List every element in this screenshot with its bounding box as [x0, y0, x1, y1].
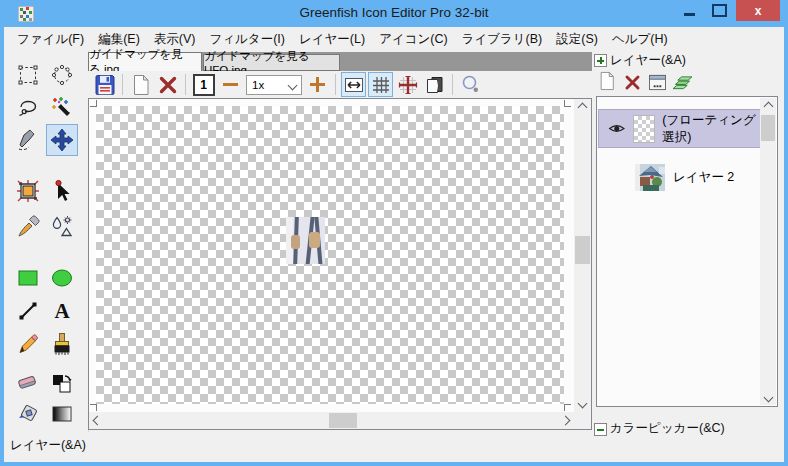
tab-document-1[interactable]: ガイドマップを見る.jpg	[88, 52, 202, 71]
canvas-vscrollbar[interactable]	[574, 99, 591, 412]
document-tab-strip: ガイドマップを見る.jpg ガイドマップを見る UFO.jpg	[88, 52, 592, 71]
save-icon	[94, 74, 116, 96]
color-swap-icon	[50, 370, 74, 394]
maximize-button[interactable]	[706, 0, 732, 21]
save-button[interactable]	[92, 72, 117, 97]
fit-window-button[interactable]	[341, 72, 366, 97]
rectangular-select-icon	[16, 63, 40, 87]
actual-size-button[interactable]: 1	[191, 72, 216, 97]
bucket-fill-tool[interactable]	[13, 399, 43, 429]
hotspot-tool[interactable]	[47, 176, 77, 206]
close-button[interactable]: x	[736, 0, 780, 21]
paintbrush-icon	[50, 332, 74, 356]
menu-settings[interactable]: 設定(S)	[549, 28, 605, 51]
layer-thumbnail-transparent	[633, 115, 656, 143]
scroll-left-button[interactable]	[89, 412, 106, 429]
rectangular-select-tool[interactable]	[13, 60, 43, 90]
color-picker-header: カラーピッカー(&C)	[610, 420, 725, 437]
menu-library[interactable]: ライブラリ(B)	[455, 28, 550, 51]
zoom-out-button[interactable]	[218, 72, 243, 97]
delete-icon	[158, 75, 178, 95]
toolbar-separator	[122, 74, 123, 95]
rectangle-shape-icon	[16, 266, 40, 290]
paintbrush-tool[interactable]	[47, 329, 77, 359]
vscroll-thumb[interactable]	[761, 115, 775, 141]
rectangle-shape-tool[interactable]	[13, 263, 43, 293]
gradient-icon	[50, 402, 74, 426]
crop-tool[interactable]	[13, 176, 43, 206]
scroll-right-button[interactable]	[557, 412, 574, 429]
page-corner-mark	[90, 100, 97, 107]
pencil-tool[interactable]	[13, 329, 43, 359]
freehand-select-icon	[16, 128, 40, 152]
layer-properties-button[interactable]	[645, 70, 669, 94]
eraser-icon	[16, 370, 40, 394]
menu-icon[interactable]: アイコン(C)	[372, 28, 455, 51]
scroll-down-button[interactable]	[760, 389, 776, 405]
zoom-in-button[interactable]	[305, 72, 330, 97]
pages-button[interactable]	[422, 72, 447, 97]
menu-filter[interactable]: フィルター(I)	[202, 28, 291, 51]
show-centerlines-button[interactable]	[395, 72, 420, 97]
chevron-up-icon	[763, 101, 773, 111]
move-icon	[50, 128, 74, 152]
scroll-up-button[interactable]	[574, 99, 591, 116]
zoom-level-value: 1x	[252, 79, 264, 91]
eyedropper-icon	[16, 215, 40, 239]
menu-file[interactable]: ファイル(F)	[10, 28, 91, 51]
status-bar-text: レイヤー(&A)	[10, 437, 86, 454]
layer-row-floating-selection[interactable]: (フローティング選択)	[598, 109, 761, 148]
crop-icon	[16, 179, 40, 203]
show-grid-button[interactable]	[368, 72, 393, 97]
magic-wand-tool[interactable]	[47, 93, 77, 123]
canvas-viewport[interactable]	[89, 99, 574, 412]
scrollbar-corner	[574, 412, 591, 429]
line-tool[interactable]	[13, 296, 43, 326]
test-magnifier-button[interactable]	[458, 72, 483, 97]
centerlines-icon	[398, 75, 418, 95]
zoom-level-select[interactable]: 1x	[246, 75, 302, 95]
pencil-icon	[16, 332, 40, 356]
layer-label: (フローティング選択)	[662, 112, 760, 146]
eraser-tool[interactable]	[13, 367, 43, 397]
grid-icon	[371, 75, 391, 95]
toolbar-separator	[185, 74, 186, 95]
fit-window-icon	[344, 75, 364, 95]
delete-page-button[interactable]	[155, 72, 180, 97]
scroll-down-button[interactable]	[574, 395, 591, 412]
layers-expand-toggle[interactable]	[594, 54, 607, 67]
minimize-button[interactable]	[676, 0, 702, 21]
visibility-eye-icon[interactable]	[608, 121, 626, 136]
canvas-hscrollbar[interactable]	[89, 412, 574, 429]
layer-row-2[interactable]: レイヤー 2	[598, 153, 761, 201]
layer-list-scrollbar[interactable]	[760, 98, 776, 405]
retouch-tool[interactable]	[47, 212, 77, 242]
vscroll-thumb[interactable]	[575, 236, 590, 264]
layer-new-button[interactable]	[595, 69, 619, 93]
menu-help[interactable]: ヘルプ(H)	[605, 28, 675, 51]
zoom-out-icon	[223, 83, 238, 86]
layer-delete-button[interactable]	[620, 70, 644, 94]
eyedropper-tool[interactable]	[13, 212, 43, 242]
color-picker-expand-toggle[interactable]	[594, 423, 607, 436]
tab-document-2[interactable]: ガイドマップを見る UFO.jpg	[203, 54, 340, 71]
freehand-select-tool[interactable]	[13, 125, 43, 155]
elliptical-select-tool[interactable]	[47, 60, 77, 90]
hscroll-thumb[interactable]	[329, 413, 357, 428]
layer-flatten-button[interactable]	[670, 71, 694, 95]
menu-layer[interactable]: レイヤー(L)	[292, 28, 372, 51]
floating-selection-image[interactable]	[286, 217, 325, 264]
move-tool[interactable]	[46, 124, 78, 156]
line-icon	[16, 299, 40, 323]
scroll-up-button[interactable]	[760, 98, 776, 114]
title-bar: Greenfish Icon Editor Pro 32-bit x	[0, 0, 788, 27]
text-tool[interactable]: A	[47, 296, 77, 326]
color-swap-tool[interactable]	[47, 367, 77, 397]
toolbar-separator	[335, 74, 336, 95]
canvas-page[interactable]	[96, 106, 564, 404]
ellipse-shape-tool[interactable]	[47, 263, 77, 293]
gradient-tool[interactable]	[47, 399, 77, 429]
toolbar-separator	[452, 74, 453, 95]
new-page-button[interactable]	[128, 72, 153, 97]
lasso-select-tool[interactable]	[13, 93, 43, 123]
